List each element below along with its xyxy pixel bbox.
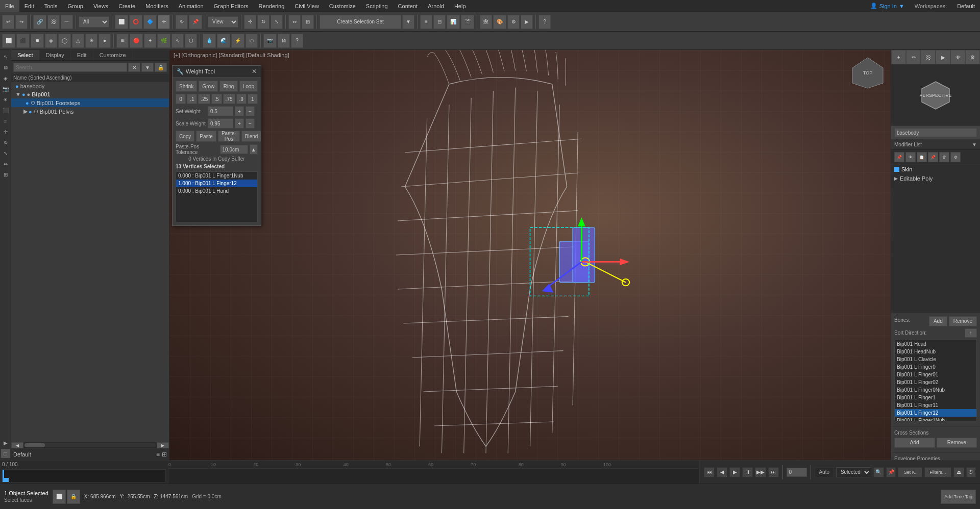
- select-lasso-btn[interactable]: ✛: [158, 15, 170, 29]
- render-btn[interactable]: ▶: [521, 15, 533, 29]
- menu-file[interactable]: File: [0, 0, 19, 12]
- bones-list[interactable]: Bip001 Head Bip001 HeadNub Bip001 L Clav…: [894, 340, 977, 421]
- bone-l-finger12[interactable]: Bip001 L Finger12: [895, 409, 976, 417]
- wt-list-item-1[interactable]: 1.000 : Bip001 L Finger12: [176, 180, 257, 187]
- set-weight-plus-btn[interactable]: +: [235, 106, 244, 116]
- ring-btn[interactable]: Ring: [219, 81, 237, 92]
- redo-btn[interactable]: ↪: [15, 15, 28, 29]
- weight-9-btn[interactable]: .9: [236, 94, 247, 104]
- sub-btn9[interactable]: ≋: [116, 34, 129, 48]
- pelvis-eye[interactable]: ●: [29, 109, 32, 115]
- bone-l-clavicle[interactable]: Bip001 L Clavicle: [895, 355, 976, 363]
- sub-btn15[interactable]: 💧: [203, 34, 216, 48]
- strip-align-icon[interactable]: ⊞: [1, 170, 10, 179]
- snap-btn[interactable]: 📌: [189, 15, 202, 29]
- paste-btn[interactable]: Paste: [196, 131, 216, 142]
- align-btn[interactable]: ⊞: [302, 15, 314, 29]
- strip-layer-icon[interactable]: ≡: [1, 116, 10, 125]
- sub-btn16[interactable]: 🌊: [217, 34, 230, 48]
- sidebar-layers-icon[interactable]: ≡: [156, 451, 160, 458]
- render-setup-btn[interactable]: ⚙: [507, 15, 520, 29]
- add-time-tag-btn[interactable]: 📌: [886, 467, 896, 477]
- menu-arnold[interactable]: Arnold: [423, 0, 449, 12]
- sub-btn20[interactable]: 🖥: [278, 34, 290, 48]
- scrollbar-thumb[interactable]: [24, 443, 45, 447]
- selection-filter-select[interactable]: All: [79, 16, 109, 28]
- rotate-btn[interactable]: ↻: [257, 15, 270, 29]
- wt-list-item-2[interactable]: 0.000 : Bip001 L Hand: [176, 187, 257, 195]
- play-btn[interactable]: ▶: [729, 467, 740, 477]
- refresh-btn[interactable]: ↻: [176, 15, 188, 29]
- sub-btn10[interactable]: 🔴: [130, 34, 143, 48]
- next-frame-btn[interactable]: ▶▶: [755, 467, 766, 477]
- modifier-list-arrow[interactable]: ▼: [972, 142, 977, 147]
- sub-btn3[interactable]: ◽: [31, 34, 44, 48]
- cross-add-btn[interactable]: Add: [894, 438, 935, 448]
- prev-frame-btn[interactable]: ◀: [717, 467, 727, 477]
- sub-btn1[interactable]: ⬜: [2, 34, 15, 48]
- weight-1full-btn[interactable]: 1: [248, 94, 258, 104]
- bone-headnub[interactable]: Bip001 HeadNub: [895, 348, 976, 355]
- tab-select[interactable]: Select: [11, 50, 40, 60]
- bone-l-finger02[interactable]: Bip001 L Finger02: [895, 378, 976, 386]
- bone-l-finger1nub[interactable]: Bip001 L Finger1Nub: [895, 417, 976, 421]
- set-weight-minus-btn[interactable]: −: [246, 106, 255, 116]
- menu-animation[interactable]: Animation: [174, 0, 209, 12]
- unlink-btn[interactable]: ⛓: [47, 15, 60, 29]
- undo-btn[interactable]: ↩: [2, 15, 14, 29]
- view-select[interactable]: View: [208, 16, 238, 28]
- weight-1-btn[interactable]: .1: [187, 94, 197, 104]
- strip-display-icon[interactable]: 🖥: [1, 63, 10, 72]
- create-panel-btn[interactable]: +: [891, 50, 906, 64]
- set-weight-input[interactable]: [208, 106, 233, 116]
- eye-icon2[interactable]: ●: [22, 91, 26, 97]
- curve-editor-btn[interactable]: 📊: [447, 15, 460, 29]
- sub-btn18[interactable]: ⬭: [246, 34, 258, 48]
- mod-copy-mod-icon[interactable]: 📋: [917, 152, 927, 162]
- mod-config-icon[interactable]: ⚙: [950, 152, 961, 162]
- menu-rendering[interactable]: Rendering: [254, 0, 290, 12]
- sub-btn5[interactable]: ◯: [58, 34, 71, 48]
- link-btn[interactable]: 🔗: [33, 15, 46, 29]
- dope-sheet-btn[interactable]: 🎬: [461, 15, 474, 29]
- scale-weight-input[interactable]: [208, 118, 233, 129]
- scroll-left-btn[interactable]: ◀: [11, 442, 23, 448]
- sub-btn11[interactable]: ✦: [144, 34, 156, 48]
- scroll-right-btn[interactable]: ▶: [157, 442, 169, 448]
- utilities-panel-btn[interactable]: ⚙: [965, 50, 980, 64]
- strip-scale-icon[interactable]: ⤡: [1, 148, 10, 158]
- blend-btn[interactable]: Blend: [241, 131, 262, 142]
- remove-bone-btn[interactable]: Remove: [949, 316, 977, 326]
- bip001-eye2[interactable]: ●: [27, 91, 31, 97]
- grow-btn[interactable]: Grow: [199, 81, 218, 92]
- wt-bone-list[interactable]: 0.000 : Bip001 L Finger1Nub 1.000 : Bip0…: [176, 171, 258, 222]
- strip-space-icon[interactable]: ⬛: [1, 106, 10, 115]
- menu-civil-view[interactable]: Civil View: [289, 0, 324, 12]
- scrollbar-track[interactable]: [24, 443, 156, 447]
- paste-pos-btn[interactable]: Paste-Pos: [218, 131, 240, 142]
- expand-icon[interactable]: ▼: [15, 91, 21, 97]
- mod-paste-mod-icon[interactable]: 📌: [928, 152, 938, 162]
- display-panel-btn[interactable]: 👁: [950, 50, 965, 64]
- menu-modifiers[interactable]: Modifiers: [140, 0, 174, 12]
- weight-25-btn[interactable]: .25: [198, 94, 210, 104]
- strip-box-icon[interactable]: □: [1, 449, 10, 458]
- footsteps-eye2[interactable]: ⊙: [31, 99, 35, 106]
- menu-group[interactable]: Group: [62, 0, 88, 12]
- menu-tools[interactable]: Tools: [39, 0, 63, 12]
- bind-btn[interactable]: 〰: [61, 15, 73, 29]
- sub-btn8[interactable]: ●: [99, 34, 111, 48]
- strip-camera-icon[interactable]: 📷: [1, 84, 10, 93]
- sub-btn7[interactable]: ☀: [85, 34, 97, 48]
- mini-timeline[interactable]: [2, 469, 166, 482]
- cross-remove-btn[interactable]: Remove: [937, 438, 977, 448]
- bone-l-finger11[interactable]: Bip001 L Finger11: [895, 401, 976, 409]
- sub-btn6[interactable]: △: [72, 34, 84, 48]
- shrink-btn[interactable]: Shrink: [176, 81, 197, 92]
- sub-btn13[interactable]: ∿: [172, 34, 184, 48]
- selected-dropdown[interactable]: Selected: [836, 467, 871, 477]
- bone-head[interactable]: Bip001 Head: [895, 340, 976, 348]
- loop-btn[interactable]: Loop: [239, 81, 258, 92]
- scale-weight-minus-btn[interactable]: −: [246, 118, 255, 129]
- move-btn[interactable]: ✛: [244, 15, 256, 29]
